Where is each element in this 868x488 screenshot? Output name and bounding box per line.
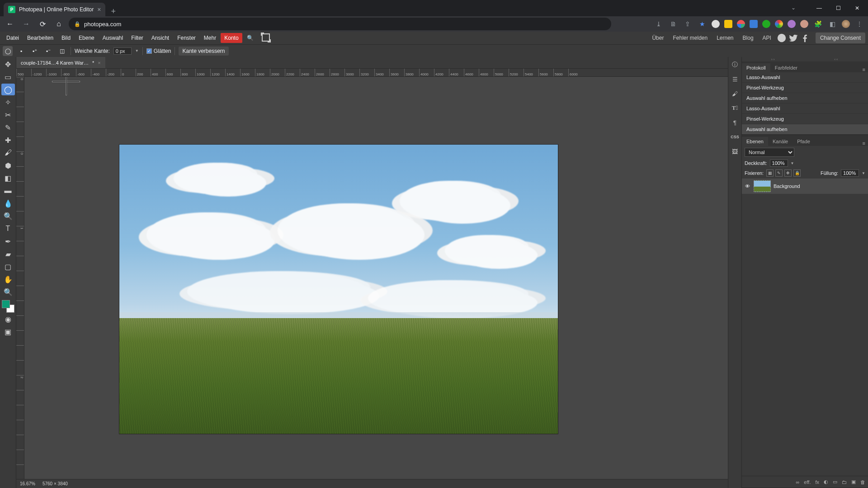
foreground-color-swatch[interactable] xyxy=(2,300,10,308)
lock-all-icon[interactable]: 🔒 xyxy=(793,169,801,177)
history-item[interactable]: Lasso-Auswahl xyxy=(742,103,868,114)
zoom-level[interactable]: 16.67% xyxy=(20,481,35,486)
selection-add-icon[interactable]: ▪⁺ xyxy=(30,46,40,56)
nav-reload-button[interactable]: ⟳ xyxy=(36,18,49,30)
info-panel-icon[interactable]: ⓘ xyxy=(730,60,740,70)
document-canvas[interactable] xyxy=(119,145,558,434)
tab-kanale[interactable]: Kanäle xyxy=(768,137,793,146)
zoom-tool[interactable]: 🔍 xyxy=(1,286,15,298)
delete-layer-icon[interactable]: 🗑 xyxy=(860,479,865,485)
blend-mode-select[interactable]: Normal xyxy=(745,148,794,157)
swatch-panel-icon[interactable]: 🖼 xyxy=(730,146,740,156)
sidepanel-icon[interactable]: ◧ xyxy=(827,19,837,29)
color-swatches[interactable] xyxy=(2,300,14,313)
canvas-stage[interactable] xyxy=(24,77,728,479)
link-blog[interactable]: Blog xyxy=(739,33,757,43)
menu-auswahl[interactable]: Auswahl xyxy=(99,33,127,43)
layer-thumbnail[interactable] xyxy=(754,180,771,192)
install-app-icon[interactable]: ⤓ xyxy=(654,19,664,29)
window-maximize-button[interactable]: ☐ xyxy=(829,2,847,14)
tab-protokoll[interactable]: Protokoll xyxy=(742,63,770,72)
lock-position-icon[interactable]: ✥ xyxy=(784,169,792,177)
lock-pixels-icon[interactable]: ▦ xyxy=(766,169,774,177)
history-item[interactable]: Auswahl aufheben xyxy=(742,124,868,135)
feather-dropdown-icon[interactable]: ▼ xyxy=(135,49,139,53)
eraser-tool[interactable]: ◧ xyxy=(1,172,15,184)
menubar-search-icon[interactable]: 🔍 xyxy=(243,33,257,43)
browser-tab[interactable]: P Photopea | Online Photo Editor × xyxy=(4,3,105,16)
link-lernen[interactable]: Lernen xyxy=(713,33,737,43)
tab-farbfelder[interactable]: Farbfelder xyxy=(770,63,802,72)
menu-konto[interactable]: Konto xyxy=(221,33,242,43)
layer-visibility-icon[interactable]: 👁 xyxy=(744,183,751,189)
reddit-icon[interactable] xyxy=(777,33,787,43)
extension-icon[interactable] xyxy=(737,20,745,28)
extension-icon[interactable] xyxy=(788,20,796,28)
move-tool[interactable]: ✥ xyxy=(1,58,15,70)
new-layer-icon[interactable]: ▣ xyxy=(851,479,856,485)
selection-intersect-icon[interactable]: ◫ xyxy=(57,46,67,56)
pen-tool[interactable]: ✒ xyxy=(1,235,15,247)
path-select-tool[interactable]: ▰ xyxy=(1,248,15,260)
address-bar[interactable]: 🔒 photopea.com xyxy=(69,18,611,30)
lasso-freehand-icon[interactable]: ◯ xyxy=(3,46,13,56)
brush-tool[interactable]: 🖌 xyxy=(1,147,15,159)
extension-icon[interactable] xyxy=(724,20,732,28)
shape-tool[interactable]: ▢ xyxy=(1,261,15,272)
window-close-button[interactable]: ✕ xyxy=(848,2,866,14)
extension-icon[interactable] xyxy=(800,20,808,28)
character-panel-icon[interactable]: T͈ xyxy=(730,103,740,113)
nav-back-button[interactable]: ← xyxy=(4,18,16,30)
heal-tool[interactable]: ✚ xyxy=(1,134,15,146)
adjustment-layer-icon[interactable]: ▭ xyxy=(833,479,837,485)
antialias-checkbox[interactable]: ✓ Glätten xyxy=(146,48,171,54)
extension-icon[interactable] xyxy=(762,20,770,28)
panel-menu-icon[interactable]: ≡ xyxy=(860,67,868,72)
extension-icon[interactable] xyxy=(775,20,783,28)
eyedropper-tool[interactable]: ✎ xyxy=(1,122,15,133)
menu-datei[interactable]: Datei xyxy=(3,33,23,43)
hand-tool[interactable]: ✋ xyxy=(1,273,15,285)
history-item[interactable]: Pinsel-Werkzeug xyxy=(742,83,868,93)
menu-mehr[interactable]: Mehr xyxy=(200,33,220,43)
panel-collapse-handles[interactable]: ››‹‹ xyxy=(742,57,868,61)
tab-pfade[interactable]: Pfade xyxy=(793,137,815,146)
ruler-horizontal[interactable]: 500-1200-1000-800-600-400-20002004006008… xyxy=(16,69,728,77)
layer-name[interactable]: Background xyxy=(774,183,800,189)
layer-group-icon[interactable]: 🗀 xyxy=(842,479,847,485)
extension-icon[interactable] xyxy=(750,20,758,28)
tab-ebenen[interactable]: Ebenen xyxy=(742,137,768,146)
document-close-icon[interactable]: × xyxy=(98,60,100,66)
opacity-dropdown-icon[interactable]: ▼ xyxy=(791,161,794,165)
change-consent-button[interactable]: Change Consent xyxy=(816,33,865,43)
layer-mask-icon[interactable]: ◐ xyxy=(824,479,828,485)
tabs-chevron-icon[interactable]: ⌄ xyxy=(791,5,796,11)
screenmode-tool[interactable]: ▣ xyxy=(1,326,15,338)
menu-filter[interactable]: Filter xyxy=(127,33,147,43)
nav-home-button[interactable]: ⌂ xyxy=(52,18,65,30)
document-tab[interactable]: couple-17184…4 Karen War… * × xyxy=(16,57,105,68)
share-icon[interactable]: ⇪ xyxy=(683,19,693,29)
selection-subtract-icon[interactable]: ▪⁻ xyxy=(43,46,53,56)
layer-row[interactable]: 👁 Background xyxy=(742,178,868,194)
bookmark-star-icon[interactable]: ★ xyxy=(697,19,707,29)
link-api[interactable]: API xyxy=(759,33,775,43)
gradient-tool[interactable]: ▬ xyxy=(1,185,15,197)
menu-ansicht[interactable]: Ansicht xyxy=(148,33,173,43)
link-uber[interactable]: Über xyxy=(648,33,667,43)
css-panel-icon[interactable]: CSS xyxy=(730,132,740,142)
dodge-tool[interactable]: 🔍 xyxy=(1,210,15,222)
crop-tool[interactable]: ✂ xyxy=(1,109,15,121)
tab-close-icon[interactable]: × xyxy=(97,6,101,13)
quickmask-tool[interactable]: ◉ xyxy=(1,313,15,325)
menu-bild[interactable]: Bild xyxy=(58,33,74,43)
panel-menu-icon[interactable]: ≡ xyxy=(860,141,868,146)
paragraph-panel-icon[interactable]: ¶ xyxy=(730,117,740,127)
fill-value[interactable]: 100% xyxy=(841,169,859,177)
layer-fx-icon[interactable]: fx xyxy=(815,479,819,485)
profile-avatar-icon[interactable] xyxy=(842,20,850,28)
wand-tool[interactable]: ✧ xyxy=(1,96,15,108)
history-item[interactable]: Pinsel-Werkzeug xyxy=(742,114,868,124)
fill-dropdown-icon[interactable]: ▼ xyxy=(862,171,865,175)
refine-edge-button[interactable]: Kante verbessern xyxy=(179,47,228,56)
